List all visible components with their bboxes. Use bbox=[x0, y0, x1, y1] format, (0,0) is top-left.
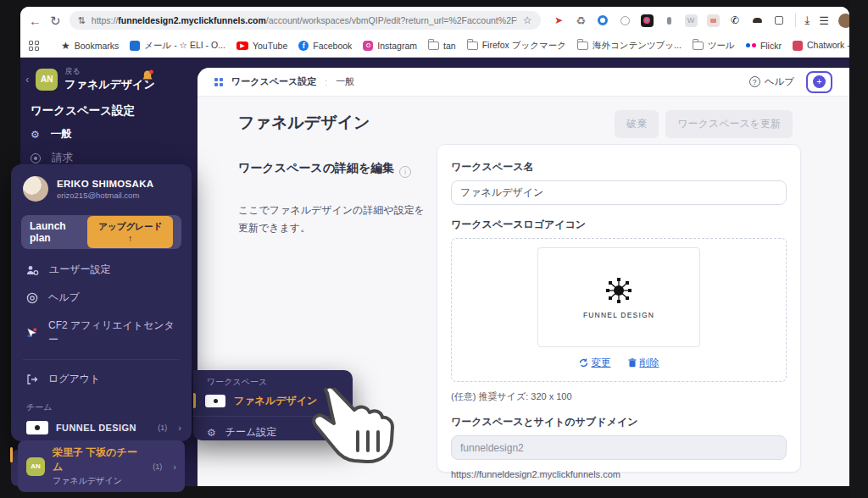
menu-item-user-settings[interactable]: ユーザー設定 bbox=[11, 256, 192, 284]
ext-pin-icon[interactable]: ➤ bbox=[553, 14, 565, 27]
billing-icon bbox=[31, 153, 41, 163]
workspace-name-label: ワークスペース名 bbox=[451, 160, 787, 174]
question-icon: ? bbox=[749, 76, 760, 87]
bookmark-item[interactable]: ▶YouTube bbox=[236, 41, 287, 51]
hand-cursor bbox=[302, 388, 402, 469]
logo-label: ワークスペースロゴアイコン bbox=[451, 218, 787, 232]
bookmark-item[interactable]: メール - ☆ ELI - O... bbox=[130, 40, 225, 52]
flickr-icon bbox=[746, 43, 756, 47]
breadcrumb-separator: : bbox=[325, 77, 327, 87]
address-bar[interactable]: ⇅ https://funneldesign2.myclickfunnels.c… bbox=[70, 11, 541, 30]
active-indicator-bar bbox=[10, 447, 13, 462]
sidebar-workspace-header[interactable]: ‹ AN 戻る ファネルデザイン bbox=[25, 66, 155, 92]
menu-divider bbox=[23, 359, 180, 360]
subdomain-label: ワークスペースとサイトのサブドメイン bbox=[451, 415, 787, 429]
ext-hat-icon[interactable] bbox=[751, 14, 764, 27]
outlook-icon bbox=[130, 41, 140, 51]
bookmark-item[interactable]: Firefox ブックマーク bbox=[467, 40, 566, 52]
subdomain-input[interactable] bbox=[451, 435, 787, 460]
ext-sync-icon[interactable]: ♻ bbox=[575, 14, 587, 27]
subdomain-url: https://funneldesign2.myclickfunnels.com bbox=[451, 469, 787, 479]
discard-button[interactable]: 破棄 bbox=[615, 110, 659, 138]
reload-icon[interactable]: ↻ bbox=[50, 14, 61, 27]
ext-mic-icon[interactable] bbox=[663, 14, 676, 27]
logo-preview: FUNNEL DESIGN bbox=[537, 247, 700, 347]
gear-icon: ⚙ bbox=[207, 427, 216, 439]
grid-icon bbox=[214, 78, 223, 86]
bookmark-item[interactable]: ★Bookmarks bbox=[61, 40, 119, 52]
bookmark-item[interactable]: tan bbox=[428, 41, 456, 51]
ext-compass-icon[interactable] bbox=[619, 14, 632, 27]
bookmark-item[interactable]: Flickr bbox=[746, 41, 782, 51]
workspace-name-input[interactable] bbox=[451, 180, 787, 205]
plus-icon: + bbox=[813, 75, 826, 88]
user-name: ERIKO SHIMOSAKA bbox=[57, 179, 153, 189]
logo-size-hint: (任意) 推奨サイズ: 320 x 100 bbox=[451, 390, 787, 403]
info-icon[interactable]: i bbox=[399, 166, 411, 178]
ext-instagram-icon[interactable] bbox=[641, 14, 654, 27]
update-workspace-button[interactable]: ワークスペースを更新 bbox=[665, 110, 793, 138]
browser-toolbar: ← ↻ ⇅ https://funneldesign2.myclickfunne… bbox=[20, 7, 849, 34]
ext-screenshot-icon[interactable] bbox=[707, 14, 720, 27]
breadcrumb-page[interactable]: 一般 bbox=[336, 75, 354, 88]
user-photo-avatar bbox=[23, 176, 48, 202]
breadcrumb-section[interactable]: ワークスペース設定 bbox=[231, 75, 316, 88]
folder-icon bbox=[467, 42, 478, 50]
chevron-left-icon[interactable]: ‹ bbox=[25, 73, 29, 86]
teams-section-title: チーム bbox=[11, 393, 192, 417]
trash-icon bbox=[628, 358, 637, 368]
menu-item-help[interactable]: ヘルプ bbox=[11, 284, 192, 312]
site-settings-icon[interactable]: ⇅ bbox=[78, 15, 86, 26]
change-logo-link[interactable]: 変更 bbox=[579, 357, 611, 369]
create-new-button[interactable]: + bbox=[806, 71, 832, 93]
folder-icon bbox=[577, 42, 588, 50]
back-icon[interactable]: ← bbox=[29, 14, 42, 27]
page-title: ファネルデザイン bbox=[238, 112, 370, 134]
delete-logo-link[interactable]: 削除 bbox=[628, 357, 659, 369]
bookmark-item[interactable]: fFacebook bbox=[298, 41, 352, 51]
download-icon[interactable]: ⤓ bbox=[805, 14, 810, 27]
lifebuoy-icon bbox=[26, 292, 38, 304]
bookmark-item[interactable]: Chatwork - マイチ... bbox=[793, 40, 849, 52]
sidebar-item-billing[interactable]: 請求 bbox=[31, 151, 73, 165]
folder-icon bbox=[693, 42, 704, 50]
bookmark-star-icon[interactable]: ☆ bbox=[523, 14, 532, 26]
star-icon: ★ bbox=[61, 40, 70, 52]
sidebar-item-general[interactable]: ⚙ 一般 bbox=[31, 127, 72, 141]
folder-icon bbox=[428, 42, 439, 50]
chatwork-icon bbox=[793, 41, 803, 51]
reading-list-icon[interactable]: ☰ bbox=[819, 14, 829, 27]
screen: ← ↻ ⇅ https://funneldesign2.myclickfunne… bbox=[0, 0, 868, 498]
active-indicator-bar bbox=[193, 393, 196, 408]
upgrade-button[interactable]: アップグレード ↑ bbox=[87, 216, 173, 248]
extensions-row: ➤ ♻ W ✆ ⤓ ☰ ⋮ bbox=[553, 14, 849, 28]
logo-upload-area[interactable]: FUNNEL DESIGN 変更 削除 bbox=[451, 238, 787, 382]
help-link[interactable]: ?ヘルプ bbox=[749, 75, 794, 88]
notification-bell-icon[interactable] bbox=[141, 69, 154, 87]
ext-phone-icon[interactable]: ✆ bbox=[729, 14, 742, 27]
refresh-icon bbox=[579, 358, 588, 368]
workspace-avatar: AN bbox=[36, 69, 58, 91]
ext-blue-ring-icon[interactable] bbox=[597, 14, 609, 27]
team-row-funnel-design[interactable]: FUNNEL DESIGN (1) › bbox=[11, 417, 192, 439]
bookmark-item[interactable]: Instagram bbox=[363, 41, 417, 51]
form-section-description: ここでファネルデザインの詳細や設定を更新できます。 bbox=[238, 202, 431, 237]
profile-avatar[interactable] bbox=[838, 14, 849, 28]
menu-item-logout[interactable]: ログアウト bbox=[11, 365, 192, 393]
funnel-design-logo-icon bbox=[604, 276, 633, 305]
ext-w-box-icon[interactable]: W bbox=[685, 14, 698, 27]
user-profile-row[interactable]: ERIKO SHIMOSAKA erizo215@hotmail.com bbox=[11, 164, 192, 208]
workspace-logo-thumb bbox=[205, 395, 225, 407]
chevron-right-icon: › bbox=[173, 462, 176, 472]
user-email: erizo215@hotmail.com bbox=[57, 191, 153, 200]
bookmark-item[interactable]: ツール bbox=[693, 40, 735, 52]
team-row-eriko[interactable]: AN 栄里子 下坂のチーム ファネルデザイン (1) › bbox=[18, 440, 185, 492]
menu-item-affiliate[interactable]: CF2 アフィリエイトセンター bbox=[11, 312, 192, 354]
bookmark-item[interactable]: 海外コンテンツブッ... bbox=[577, 40, 682, 52]
instagram-icon bbox=[363, 41, 373, 51]
chevron-right-icon: › bbox=[178, 423, 181, 433]
breadcrumb-bar: ワークスペース設定 : 一般 ?ヘルプ + bbox=[198, 68, 849, 97]
youtube-icon: ▶ bbox=[236, 42, 248, 50]
extensions-puzzle-icon[interactable] bbox=[773, 14, 786, 27]
apps-grid-icon[interactable] bbox=[29, 41, 39, 51]
